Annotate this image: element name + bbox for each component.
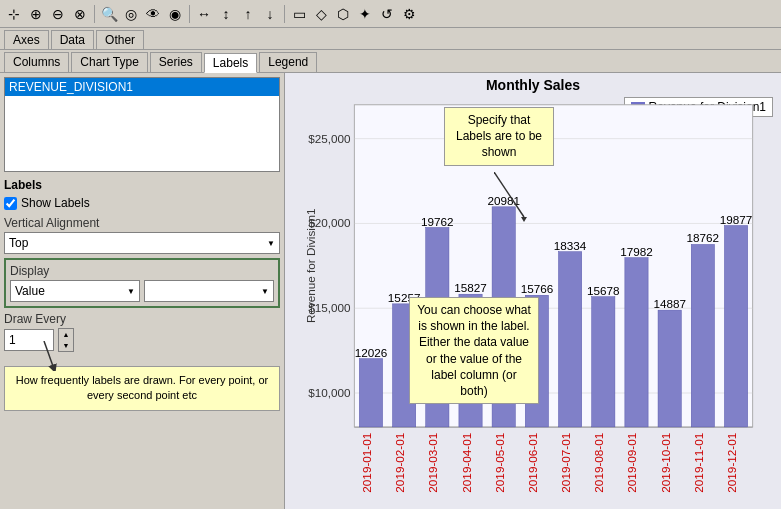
labels-callout: Specify that Labels are to be shown bbox=[444, 107, 554, 166]
vertical-alignment-label: Vertical Alignment bbox=[4, 216, 280, 230]
svg-marker-2 bbox=[521, 217, 527, 222]
subtab-row: Columns Chart Type Series Labels Legend bbox=[0, 50, 781, 73]
svg-text:2019-01-01: 2019-01-01 bbox=[360, 433, 373, 493]
svg-text:2019-11-01: 2019-11-01 bbox=[692, 433, 705, 493]
svg-text:2019-08-01: 2019-08-01 bbox=[592, 433, 605, 493]
tab-other[interactable]: Other bbox=[96, 30, 144, 49]
svg-text:18762: 18762 bbox=[687, 231, 720, 244]
toolbar-btn-12[interactable]: ↓ bbox=[260, 4, 280, 24]
svg-text:2019-10-01: 2019-10-01 bbox=[659, 433, 672, 493]
svg-rect-38 bbox=[625, 258, 648, 427]
display-second-dropdown[interactable]: ▼ bbox=[144, 280, 274, 302]
dropdown-arrow-1: ▼ bbox=[267, 239, 275, 248]
dropdown-arrow-2: ▼ bbox=[127, 287, 135, 296]
toolbar-btn-10[interactable]: ↕ bbox=[216, 4, 236, 24]
svg-text:2019-03-01: 2019-03-01 bbox=[426, 433, 439, 493]
svg-rect-35 bbox=[592, 297, 615, 427]
svg-rect-32 bbox=[558, 252, 581, 427]
toolbar-btn-2[interactable]: ⊕ bbox=[26, 4, 46, 24]
toolbar-btn-4[interactable]: ⊗ bbox=[70, 4, 90, 24]
show-labels-checkbox[interactable] bbox=[4, 197, 17, 210]
labels-section: Labels Show Labels Vertical Alignment To… bbox=[4, 178, 280, 352]
svg-text:18334: 18334 bbox=[554, 239, 587, 252]
svg-text:19877: 19877 bbox=[720, 213, 753, 226]
svg-text:2019-02-01: 2019-02-01 bbox=[393, 433, 406, 493]
toolbar-btn-1[interactable]: ⊹ bbox=[4, 4, 24, 24]
svg-text:19762: 19762 bbox=[421, 215, 454, 228]
svg-text:2019-05-01: 2019-05-01 bbox=[493, 433, 506, 493]
series-list[interactable]: REVENUE_DIVISION1 bbox=[4, 77, 280, 172]
svg-text:15827: 15827 bbox=[454, 281, 487, 294]
vertical-alignment-row: Vertical Alignment Top ▼ bbox=[4, 216, 280, 254]
display-section: Display Value ▼ ▼ bbox=[4, 258, 280, 308]
subtab-legend[interactable]: Legend bbox=[259, 52, 317, 72]
labels-arrow-svg bbox=[494, 172, 574, 222]
display-value: Value bbox=[15, 284, 45, 298]
subtab-labels[interactable]: Labels bbox=[204, 53, 257, 73]
svg-text:2019-07-01: 2019-07-01 bbox=[559, 433, 572, 493]
toolbar-btn-17[interactable]: ↺ bbox=[377, 4, 397, 24]
toolbar-btn-9[interactable]: ↔ bbox=[194, 4, 214, 24]
chart-title: Monthly Sales bbox=[289, 77, 777, 93]
svg-rect-14 bbox=[359, 359, 382, 427]
dropdown-arrow-3: ▼ bbox=[261, 287, 269, 296]
svg-text:$10,000: $10,000 bbox=[308, 386, 351, 399]
draw-every-label: Draw Every bbox=[4, 312, 280, 326]
svg-rect-41 bbox=[658, 310, 681, 427]
toolbar-btn-6[interactable]: ◎ bbox=[121, 4, 141, 24]
subtab-chart-type[interactable]: Chart Type bbox=[71, 52, 147, 72]
svg-text:2019-04-01: 2019-04-01 bbox=[460, 433, 473, 493]
svg-text:14887: 14887 bbox=[653, 297, 686, 310]
vertical-alignment-value: Top bbox=[9, 236, 28, 250]
display-value-dropdown[interactable]: Value ▼ bbox=[10, 280, 140, 302]
toolbar-sep-2 bbox=[189, 5, 190, 23]
display-label: Display bbox=[10, 264, 274, 278]
draw-every-callout-area: How frequently labels are drawn. For eve… bbox=[4, 366, 280, 411]
left-panel: REVENUE_DIVISION1 Labels Show Labels Ver… bbox=[0, 73, 285, 509]
toolbar-btn-14[interactable]: ◇ bbox=[311, 4, 331, 24]
content-area: REVENUE_DIVISION1 Labels Show Labels Ver… bbox=[0, 73, 781, 509]
svg-text:15766: 15766 bbox=[521, 282, 554, 295]
toolbar-btn-15[interactable]: ⬡ bbox=[333, 4, 353, 24]
toolbar-sep-3 bbox=[284, 5, 285, 23]
draw-every-arrow-svg bbox=[34, 341, 94, 371]
toolbar-btn-3[interactable]: ⊖ bbox=[48, 4, 68, 24]
chart-panel: Monthly Sales Revenue for Division1 Spec… bbox=[285, 73, 781, 509]
svg-text:2019-12-01: 2019-12-01 bbox=[725, 433, 738, 493]
toolbar-sep-1 bbox=[94, 5, 95, 23]
toolbar-btn-13[interactable]: ▭ bbox=[289, 4, 309, 24]
toolbar-btn-16[interactable]: ✦ bbox=[355, 4, 375, 24]
labels-section-title: Labels bbox=[4, 178, 280, 192]
chart-container: Monthly Sales Revenue for Division1 Spec… bbox=[289, 77, 777, 505]
main-toolbar: ⊹ ⊕ ⊖ ⊗ 🔍 ◎ 👁 ◉ ↔ ↕ ↑ ↓ ▭ ◇ ⬡ ✦ ↺ ⚙ bbox=[0, 0, 781, 28]
draw-every-callout: How frequently labels are drawn. For eve… bbox=[4, 366, 280, 411]
subtab-series[interactable]: Series bbox=[150, 52, 202, 72]
svg-text:Revenue for Division1: Revenue for Division1 bbox=[304, 209, 317, 323]
toolbar-btn-5[interactable]: 🔍 bbox=[99, 4, 119, 24]
main-tab-row: Axes Data Other bbox=[0, 28, 781, 50]
svg-line-1 bbox=[494, 172, 524, 217]
display-callout: You can choose what is shown in the labe… bbox=[409, 297, 539, 404]
svg-text:12026: 12026 bbox=[355, 346, 388, 359]
svg-text:15678: 15678 bbox=[587, 284, 620, 297]
tab-data[interactable]: Data bbox=[51, 30, 94, 49]
svg-text:$25,000: $25,000 bbox=[308, 132, 351, 145]
subtab-columns[interactable]: Columns bbox=[4, 52, 69, 72]
vertical-alignment-dropdown[interactable]: Top ▼ bbox=[4, 232, 280, 254]
svg-text:2019-09-01: 2019-09-01 bbox=[625, 433, 638, 493]
show-labels-label: Show Labels bbox=[21, 196, 90, 210]
spin-up-button[interactable]: ▲ bbox=[59, 329, 73, 340]
svg-text:17982: 17982 bbox=[620, 245, 653, 258]
svg-rect-44 bbox=[691, 244, 714, 426]
toolbar-btn-11[interactable]: ↑ bbox=[238, 4, 258, 24]
svg-text:2019-06-01: 2019-06-01 bbox=[526, 433, 539, 493]
toolbar-btn-8[interactable]: ◉ bbox=[165, 4, 185, 24]
tab-axes[interactable]: Axes bbox=[4, 30, 49, 49]
show-labels-row: Show Labels bbox=[4, 196, 280, 210]
svg-rect-47 bbox=[724, 226, 747, 427]
series-item-revenue[interactable]: REVENUE_DIVISION1 bbox=[5, 78, 279, 96]
toolbar-btn-18[interactable]: ⚙ bbox=[399, 4, 419, 24]
svg-line-0 bbox=[44, 341, 54, 369]
display-row: Value ▼ ▼ bbox=[10, 280, 274, 302]
toolbar-btn-7[interactable]: 👁 bbox=[143, 4, 163, 24]
